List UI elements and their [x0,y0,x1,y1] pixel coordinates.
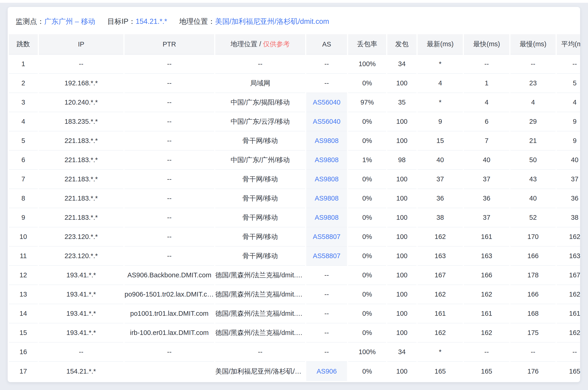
column-header-latest: 最新(ms) [418,34,463,54]
cell-loss: 1% [348,150,386,170]
cell-loss: 0% [348,208,386,227]
cell-ptr: -- [124,93,214,112]
cell-latest: 38 [418,208,463,227]
top-strip [0,0,588,3]
cell-loss: 0% [348,266,386,285]
cell-avg: 36 [557,189,580,208]
cell-fastest: 4 [464,93,509,112]
cell-location: 骨干网/移动 [215,246,305,266]
cell-slowest: 175 [510,323,556,342]
cell-slowest: 21 [510,131,556,150]
cell-fastest: 36 [464,189,509,208]
table-row: 14193.41.*.*po1001.tr01.lax.DMIT.com德国/黑… [9,304,580,323]
cell-as: AS9808 [306,131,347,150]
as-link[interactable]: AS9808 [315,195,339,202]
cell-sent: 100 [387,323,416,342]
cell-latest: 15 [418,131,463,150]
table-row: 1--------100%34*------ [9,54,580,74]
cell-avg: -- [557,54,580,74]
cell-ptr: -- [124,54,214,74]
column-header-slowest: 最慢(ms) [510,34,556,54]
cell-location: 骨干网/移动 [215,189,305,208]
geo-location-value[interactable]: 美国/加利福尼亚州/洛杉矶/dmit.com [215,17,329,26]
cell-as: AS9808 [306,189,347,208]
monitor-point-value[interactable]: 广东广州 – 移动 [44,17,95,26]
cell-location: 骨干网/移动 [215,131,305,150]
cell-avg: 162 [557,323,580,342]
cell-ptr: -- [124,227,214,246]
cell-fastest: 37 [464,208,509,227]
cell-latest: 9 [418,112,463,131]
cell-fastest: 162 [464,285,509,304]
cell-fastest: 6 [464,112,509,131]
cell-latest: 40 [418,150,463,170]
as-link[interactable]: AS56040 [313,98,340,106]
cell-hop: 15 [9,323,38,342]
cell-ip: -- [39,342,123,362]
table-row: 11223.120.*.*--骨干网/移动AS588070%1001631631… [9,246,580,266]
cell-hop: 12 [9,266,38,285]
column-header-fastest: 最快(ms) [464,34,509,54]
cell-avg: 162 [557,285,580,304]
cell-sent: 100 [387,227,416,246]
cell-ptr: irb-100.er01.lax.DMIT.com [124,323,214,342]
cell-slowest: 4 [510,93,556,112]
column-header-as: AS [306,34,347,54]
cell-ip: 221.183.*.* [39,208,123,227]
cell-fastest: 7 [464,131,509,150]
table-row: 10223.120.*.*--骨干网/移动AS588070%1001621611… [9,227,580,246]
cell-latest: 162 [418,323,463,342]
cell-ptr: po1001.tr01.lax.DMIT.com [124,304,214,323]
cell-slowest: 166 [510,246,556,266]
table-row: 12193.41.*.*AS906.Backbone.DMIT.com德国/黑森… [9,266,580,285]
as-link[interactable]: AS9808 [315,156,339,164]
cell-hop: 10 [9,227,38,246]
as-link[interactable]: AS56040 [313,118,340,125]
column-header-ptr: PTR [124,34,214,54]
as-link[interactable]: AS58807 [313,252,340,259]
as-link[interactable]: AS58807 [313,233,340,240]
as-link[interactable]: AS906 [316,368,337,375]
cell-sent: 100 [387,246,416,266]
cell-latest: 163 [418,246,463,266]
cell-avg: 165 [557,362,580,381]
traceroute-results-card: 监测点： 广东广州 – 移动 目标IP： 154.21.*.* 地理位置： 美国… [8,7,580,382]
as-link[interactable]: AS9808 [315,214,339,221]
cell-ptr: -- [124,112,214,131]
cell-avg: -- [557,342,580,362]
cell-ip: 154.21.*.* [39,362,123,381]
cell-latest: 37 [418,170,463,189]
cell-sent: 35 [387,93,416,112]
cell-location: 德国/黑森州/法兰克福/dmit.c… [215,285,305,304]
cell-loss: 100% [348,54,386,74]
cell-ptr: AS906.Backbone.DMIT.com [124,266,214,285]
cell-loss: 0% [348,227,386,246]
cell-avg: 163 [557,246,580,266]
column-header-location: 地理位置 / 仅供参考 [215,34,305,54]
cell-hop: 5 [9,131,38,150]
cell-ip: 221.183.*.* [39,131,123,150]
cell-sent: 100 [387,112,416,131]
cell-location: 中国/广东/揭阳/移动 [215,93,305,112]
cell-hop: 17 [9,362,38,381]
cell-ip: 223.120.*.* [39,227,123,246]
cell-as: AS906 [306,362,347,381]
target-ip-value[interactable]: 154.21.*.* [136,17,167,26]
cell-slowest: 40 [510,189,556,208]
cell-as: AS9808 [306,208,347,227]
cell-slowest: 168 [510,304,556,323]
cell-ip: 221.183.*.* [39,170,123,189]
geo-location-group: 地理位置： 美国/加利福尼亚州/洛杉矶/dmit.com [179,17,329,26]
cell-latest: 161 [418,304,463,323]
as-link[interactable]: AS9808 [315,137,339,144]
cell-ip: -- [39,54,123,74]
cell-sent: 98 [387,150,416,170]
cell-fastest: 40 [464,150,509,170]
cell-fastest: 162 [464,323,509,342]
cell-ptr [124,362,214,381]
cell-fastest: 165 [464,362,509,381]
as-link[interactable]: AS9808 [315,175,339,183]
cell-location: -- [215,342,305,362]
cell-ptr: -- [124,74,214,93]
cell-avg: 161 [557,304,580,323]
